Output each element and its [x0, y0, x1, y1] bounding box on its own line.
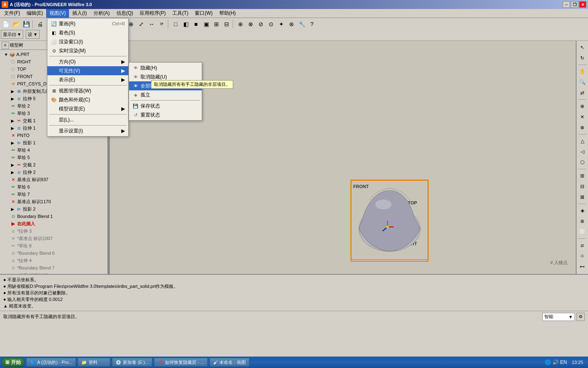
tree-item-datum937[interactable]: ✕ 基准点 标识937	[0, 176, 107, 183]
rt-tool7[interactable]: ⊞	[577, 171, 587, 181]
tree-item-sketch4[interactable]: ✏ 草绘 4	[0, 146, 107, 154]
rt-pan[interactable]: ✋	[577, 67, 587, 76]
menu-orientation[interactable]: 方向(O) ▶	[47, 57, 128, 66]
window-controls[interactable]: ─ ❐ ✕	[563, 1, 586, 8]
restore-button[interactable]: ❐	[571, 1, 578, 8]
menu-info[interactable]: 信息(Q)	[113, 9, 136, 18]
rt-tool1[interactable]: ⊕	[577, 101, 587, 111]
tree-item-bb1[interactable]: ⊙ Boundary Blend 1	[0, 213, 107, 220]
menu-insert[interactable]: 插入(I)	[69, 9, 90, 18]
rt-tool9[interactable]: ⊠	[577, 192, 587, 202]
menu-view[interactable]: 视图(V)	[46, 9, 69, 18]
menu-window[interactable]: 窗口(W)	[192, 9, 216, 18]
menu-color[interactable]: 🎨 颜色和外观(C)	[47, 95, 128, 104]
menu-analysis[interactable]: 分析(A)	[90, 9, 113, 18]
tb-misc8[interactable]: ?	[307, 20, 317, 29]
tb-view6[interactable]: ⤢	[136, 20, 146, 29]
tree-item-sketch6[interactable]: ✏ 草绘 6	[0, 183, 107, 191]
rt-tool12[interactable]: ⬜	[577, 227, 587, 237]
tb-shade1[interactable]: □	[171, 20, 180, 29]
tree-item-extrude2[interactable]: ▶ ⧈ 拉伸 2	[0, 168, 107, 176]
tree-item-extrude4[interactable]: ⧈ *拉伸 4	[0, 257, 107, 264]
rt-tool5[interactable]: ◁	[577, 147, 587, 157]
close-button[interactable]: ✕	[579, 1, 586, 8]
tb-misc6[interactable]: ⊛	[287, 20, 296, 29]
rt-tool14[interactable]: ⊹	[577, 251, 587, 261]
rt-zoom[interactable]: 🔍	[577, 77, 587, 87]
menu-redraw[interactable]: 🔄 重画(R) Ctrl+R	[47, 19, 128, 28]
tb-view7[interactable]: ↔	[147, 20, 156, 29]
tb-shade3[interactable]: ■	[191, 20, 201, 29]
rt-tool15[interactable]: ⊷	[577, 262, 587, 272]
rt-tool6[interactable]: ⬡	[577, 157, 587, 167]
menu-tools[interactable]: 工具(T)	[169, 9, 192, 18]
menu-view-manager[interactable]: ⊞ 视图管理器(W)	[47, 86, 128, 95]
tree-item-insert[interactable]: ▶ 在此插入	[0, 220, 107, 227]
tree-item-bb6[interactable]: ⊙ *Boundary Blend 6	[0, 249, 107, 257]
taskbar-item-paint[interactable]: 🖌 未命名 - 画图	[209, 358, 249, 367]
rt-tool10[interactable]: ◈	[577, 206, 587, 215]
tb-misc3[interactable]: ⊘	[256, 20, 266, 29]
tb-print[interactable]: 🖨	[35, 20, 45, 29]
menu-layer[interactable]: 层(L)...	[47, 115, 128, 124]
tb-shade5[interactable]: ⊞	[212, 20, 221, 29]
menu-apps[interactable]: 应用程序(P)	[136, 9, 169, 18]
tree-item-sketch7[interactable]: ✏ 草绘 7	[0, 191, 107, 198]
tb-view8[interactable]: ⟳	[157, 20, 167, 29]
tb-open[interactable]: 📂	[11, 20, 21, 29]
tb-new[interactable]: 📄	[1, 20, 11, 29]
taskbar-item-folder[interactable]: 📁 资料	[78, 358, 110, 367]
viewport[interactable]: FRONT TOP RIGHT # 入镜点	[110, 41, 576, 274]
display-btn[interactable]: 显示(I) ▼	[1, 30, 23, 39]
rt-tool4[interactable]: △	[577, 136, 587, 146]
rt-rotate[interactable]: ↻	[577, 53, 587, 63]
tree-item-cut2[interactable]: ▶ ✂ 交截 2	[0, 161, 107, 168]
menu-help[interactable]: 帮助(H)	[216, 9, 239, 18]
tree-item-sketch5[interactable]: ✏ 草绘 5	[0, 154, 107, 161]
tb-misc7[interactable]: 🔧	[297, 20, 307, 29]
view-dropdown-menu[interactable]: 🔄 重画(R) Ctrl+R ◧ 着色(S) ⬜ 渲染窗口(I) ⊙ 实时渲染(…	[47, 18, 129, 137]
tree-item-extrude3[interactable]: ⧈ *拉伸 3	[0, 227, 107, 235]
status-icon-btn[interactable]: ⚙	[577, 313, 585, 321]
menu-realtime[interactable]: ⊙ 实时渲染(M)	[47, 46, 128, 55]
view-manager-icon: ⊞	[51, 88, 57, 94]
tree-item-datum1007[interactable]: ✕ *基准点 标识1007	[0, 235, 107, 242]
menu-display-settings[interactable]: 显示设置(I) ▶	[47, 126, 128, 135]
tb-shade2[interactable]: ◧	[181, 20, 191, 29]
tb-misc5[interactable]: ✦	[276, 20, 286, 29]
rt-tool2[interactable]: ✕	[577, 112, 587, 122]
rt-tool13[interactable]: ⧄	[577, 240, 587, 250]
tb-save[interactable]: 💾	[21, 20, 31, 29]
rt-tool3[interactable]: ⊗	[577, 123, 587, 132]
menu-display[interactable]: 表示(E) ▶	[47, 75, 128, 84]
menu-shade[interactable]: ◧ 着色(S)	[47, 28, 128, 37]
rt-select[interactable]: ↖	[577, 43, 587, 52]
tb-misc4[interactable]: ⊙	[266, 20, 276, 29]
tree-item-bb7[interactable]: ⊙ *Boundary Blend 7	[0, 264, 107, 272]
taskbar-item-drive[interactable]: 💿 新加卷 (E:)...	[112, 358, 152, 367]
taskbar-item-help[interactable]: ❓ 如何恢复隐藏层 - ...	[154, 358, 208, 367]
tb-misc2[interactable]: ⊗	[246, 20, 256, 29]
menu-edit[interactable]: 编辑(E)	[23, 9, 46, 18]
rt-flip[interactable]: ⇄	[577, 88, 587, 98]
tb-shade6[interactable]: ⊟	[222, 20, 232, 29]
tb-misc1[interactable]: ⊕	[236, 20, 245, 29]
rt-tool11[interactable]: ⊛	[577, 216, 587, 226]
taskbar-item-proeng[interactable]: 🔷 A (活动的) - Pro...	[26, 358, 76, 367]
tree-item-surface1136[interactable]: ◈ *曲面 标识1136	[0, 272, 107, 274]
rt-tool8[interactable]: ⊟	[577, 182, 587, 191]
mode-dropdown[interactable]: 智能 ▼	[542, 313, 575, 321]
tb-shade4[interactable]: ▣	[201, 20, 211, 29]
tree-item-project2[interactable]: ▶ ⊳ 投影 2	[0, 205, 107, 213]
start-button[interactable]: ⊞ 开始	[2, 358, 24, 367]
menu-visibility[interactable]: 可见性(V) ▶	[47, 66, 128, 75]
tree-item-project1[interactable]: ▶ ⊳ 投影 1	[0, 139, 107, 146]
tree-item-datum1170[interactable]: ✕ 基准点 标识1170	[0, 198, 107, 205]
menu-model-setup[interactable]: 模型设置(E) ▶	[47, 104, 128, 113]
tree-item-sketch8[interactable]: ✏ *草绘 8	[0, 242, 107, 249]
panel-menu-btn[interactable]: ≡	[2, 42, 9, 49]
minimize-button[interactable]: ─	[563, 1, 570, 8]
menu-file[interactable]: 文件(F)	[1, 9, 23, 18]
menu-repaint-win[interactable]: ⬜ 渲染窗口(I)	[47, 37, 128, 46]
settings-btn[interactable]: 设 ▼	[26, 30, 40, 39]
